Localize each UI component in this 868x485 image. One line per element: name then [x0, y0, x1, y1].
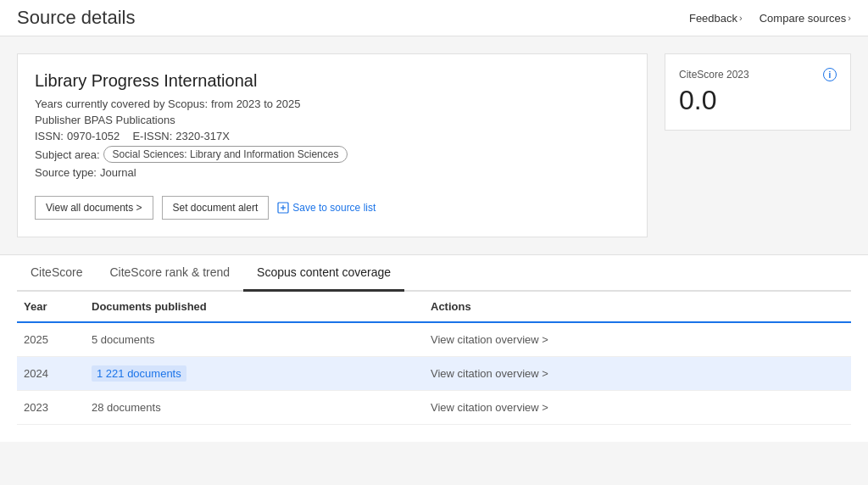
top-bar-actions: Feedback › Compare sources › [689, 12, 851, 25]
view-citation-overview-link[interactable]: View citation overview > [431, 367, 844, 380]
save-icon [277, 202, 289, 214]
coverage-value: from 2023 to 2025 [211, 98, 301, 110]
save-label: Save to source list [292, 202, 376, 214]
citescore-card: CiteScore 2023 i 0.0 [665, 53, 851, 131]
source-type-label: Source type: [35, 166, 97, 179]
feedback-chevron: › [739, 13, 743, 23]
feedback-label: Feedback [689, 12, 737, 25]
action-cell[interactable]: View citation overview > [424, 357, 851, 391]
tabs-section: CiteScore CiteScore rank & trend Scopus … [0, 254, 868, 292]
col-docs-published: Documents published [85, 292, 424, 322]
publisher-label: Publisher [35, 114, 81, 126]
docs-link[interactable]: 1 221 documents [92, 365, 186, 382]
tabs-bar: CiteScore CiteScore rank & trend Scopus … [17, 255, 851, 292]
table-row: 20241 221 documentsView citation overvie… [17, 357, 851, 391]
citescore-info-icon[interactable]: i [823, 68, 837, 81]
main-content: Library Progress International Years cur… [0, 36, 868, 254]
docs-cell: 5 documents [85, 322, 424, 357]
compare-sources-link[interactable]: Compare sources › [760, 12, 851, 25]
docs-cell[interactable]: 1 221 documents [85, 357, 424, 391]
source-info-card: Library Progress International Years cur… [17, 53, 648, 237]
table-row: 202328 documentsView citation overview > [17, 391, 851, 425]
tab-citescore[interactable]: CiteScore [17, 255, 96, 292]
action-cell[interactable]: View citation overview > [424, 391, 851, 425]
table-header-row: Year Documents published Actions [17, 292, 851, 322]
publisher-line: Publisher BPAS Publications [35, 114, 630, 126]
view-citation-overview-link[interactable]: View citation overview > [431, 401, 844, 414]
col-year: Year [17, 292, 85, 322]
tab-rank-trend[interactable]: CiteScore rank & trend [96, 255, 243, 292]
save-to-source-list-button[interactable]: Save to source list [277, 202, 376, 214]
year-cell: 2024 [17, 357, 85, 391]
set-document-alert-button[interactable]: Set document alert [162, 196, 270, 220]
citescore-value: 0.0 [679, 85, 837, 116]
page-title: Source details [17, 7, 135, 29]
subject-label: Subject area: [35, 148, 100, 161]
source-type-value: Journal [100, 166, 136, 179]
top-bar: Source details Feedback › Compare source… [0, 0, 868, 36]
table-section: Year Documents published Actions 20255 d… [0, 292, 868, 442]
tab-content-coverage[interactable]: Scopus content coverage [243, 255, 404, 292]
citescore-label: CiteScore 2023 [679, 69, 749, 81]
coverage-line: Years currently covered by Scopus: from … [35, 98, 630, 110]
docs-cell: 28 documents [85, 391, 424, 425]
source-title: Library Progress International [35, 71, 630, 91]
view-all-docs-button[interactable]: View all documents > [35, 196, 153, 220]
issn-label: ISSN: [35, 130, 64, 142]
table-row: 20255 documentsView citation overview > [17, 322, 851, 357]
coverage-label: Years currently covered by Scopus: [35, 98, 208, 110]
publisher-value: BPAS Publications [84, 114, 175, 126]
subject-line: Subject area: Social Sciences: Library a… [35, 146, 630, 163]
col-actions: Actions [424, 292, 851, 322]
eissn-value: 2320-317X [175, 130, 230, 142]
citescore-header: CiteScore 2023 i [679, 68, 837, 81]
eissn-label: E-ISSN: [132, 130, 172, 142]
subject-badge[interactable]: Social Sciences: Library and Information… [103, 146, 348, 163]
view-citation-overview-link[interactable]: View citation overview > [431, 333, 844, 346]
issn-value: 0970-1052 [67, 130, 120, 142]
source-type-line: Source type: Journal [35, 166, 630, 179]
feedback-link[interactable]: Feedback › [689, 12, 743, 25]
action-cell[interactable]: View citation overview > [424, 322, 851, 357]
content-coverage-table: Year Documents published Actions 20255 d… [17, 292, 851, 425]
year-cell: 2023 [17, 391, 85, 425]
year-cell: 2025 [17, 322, 85, 357]
issn-line: ISSN: 0970-1052 E-ISSN: 2320-317X [35, 130, 630, 142]
action-buttons: View all documents > Set document alert … [35, 196, 630, 220]
compare-label: Compare sources [760, 12, 847, 25]
compare-chevron: › [848, 13, 851, 23]
